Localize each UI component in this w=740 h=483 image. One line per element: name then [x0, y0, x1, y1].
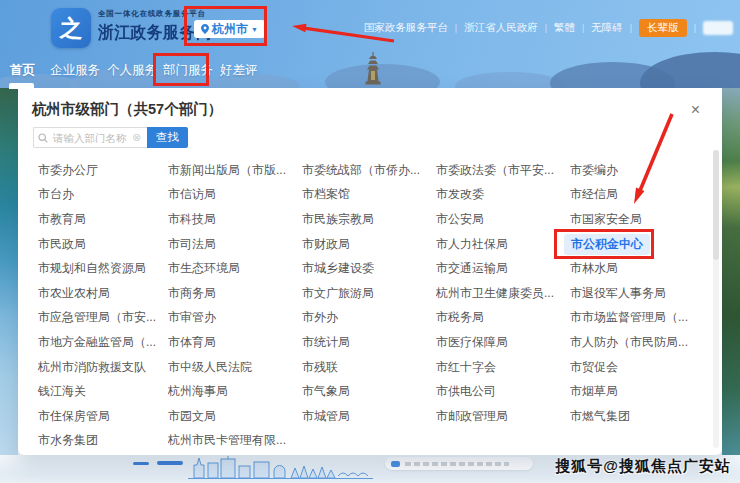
department-item[interactable]: 市交通运输局 [436, 260, 570, 277]
department-item[interactable]: 市公安局 [436, 211, 570, 228]
nav-item-personal-services[interactable]: 个人服务 [107, 55, 157, 86]
link-national-platform[interactable]: 国家政务服务平台 [364, 21, 448, 35]
department-item[interactable]: 市财政局 [302, 236, 436, 253]
department-item[interactable]: 杭州海事局 [168, 383, 302, 400]
nav-item-home[interactable]: 首页 [10, 55, 35, 86]
department-item[interactable]: 市残联 [302, 359, 436, 376]
department-panel: 杭州市级部门（共57个部门） × ⊗ 查找 市委办公厅市新闻出版局（市版...市… [18, 88, 722, 455]
department-item[interactable]: 市规划和自然资源局 [38, 260, 168, 277]
department-item[interactable]: 市经信局 [570, 186, 702, 203]
separator: | [582, 23, 584, 33]
location-pin-icon [201, 24, 209, 34]
department-item[interactable]: 市气象局 [302, 383, 436, 400]
bottom-banner: 搜狐号@搜狐焦点广安站 [0, 455, 740, 483]
department-item[interactable]: 市国家安全局 [570, 211, 702, 228]
department-item[interactable]: 市教育局 [38, 211, 168, 228]
department-item[interactable]: 市民族宗教局 [302, 211, 436, 228]
department-item[interactable]: 市委编办 [570, 162, 702, 179]
department-item[interactable]: 市园文局 [168, 408, 302, 425]
department-item[interactable]: 市邮政管理局 [436, 408, 570, 425]
department-item[interactable]: 市统计局 [302, 334, 436, 351]
panel-title: 杭州市级部门（共57个部门） [32, 100, 222, 119]
city-skyline-illustration [188, 456, 373, 481]
department-item[interactable]: 杭州市民卡管理有限... [168, 432, 302, 449]
search-field: ⊗ [33, 127, 147, 148]
department-item[interactable]: 市农业农村局 [38, 285, 168, 302]
department-item[interactable]: 市生态环境局 [168, 260, 302, 277]
scrollbar-thumb[interactable] [713, 150, 719, 260]
search-input[interactable] [51, 131, 129, 145]
link-provincial-gov[interactable]: 浙江省人民政府 [464, 21, 538, 35]
blurred-text [405, 462, 509, 466]
department-item[interactable]: 市信访局 [168, 186, 302, 203]
department-item[interactable]: 市供电公司 [436, 383, 570, 400]
department-item[interactable]: 市司法局 [168, 236, 302, 253]
department-item[interactable]: 市水务集团 [38, 432, 168, 449]
department-item[interactable]: 市退役军人事务局 [570, 285, 702, 302]
clear-icon[interactable]: ⊗ [132, 132, 141, 143]
nav-item-feedback[interactable]: 好差评 [220, 55, 258, 86]
department-item[interactable]: 市体育局 [168, 334, 302, 351]
department-item[interactable]: 市审管办 [168, 309, 302, 326]
department-item[interactable]: 市台办 [38, 186, 168, 203]
separator: | [630, 23, 632, 33]
department-item[interactable]: 市人防办（市民防局... [570, 334, 702, 351]
highlighted-department[interactable]: 市公积金中心 [564, 234, 650, 255]
department-item[interactable]: 市公积金中心 [570, 234, 702, 255]
elder-version-button[interactable]: 长辈版 [639, 19, 687, 37]
department-item[interactable]: 市市场监督管理局（... [570, 309, 702, 326]
department-item[interactable]: 市科技局 [168, 211, 302, 228]
decorative-dash [157, 461, 183, 465]
department-item[interactable]: 市应急管理局（市安... [38, 309, 168, 326]
active-tab-indicator [9, 83, 34, 89]
department-item[interactable]: 市民政局 [38, 236, 168, 253]
department-grid: 市委办公厅市新闻出版局（市版...市委统战部（市侨办...市委政法委（市平安..… [38, 158, 702, 453]
main-nav: 首页 企业服务 个人服务 部门服务 好差评 [0, 55, 740, 88]
department-item[interactable]: 市新闻出版局（市版... [168, 162, 302, 179]
department-item[interactable]: 杭州市卫生健康委员... [436, 285, 570, 302]
department-item[interactable]: 市医疗保障局 [436, 334, 570, 351]
department-item[interactable]: 杭州市消防救援支队 [38, 359, 168, 376]
blurred-login-area[interactable] [703, 21, 733, 35]
background-photo-left [0, 88, 18, 455]
site-logo: 之 [51, 8, 91, 48]
department-item[interactable]: 市委政法委（市平安... [436, 162, 570, 179]
search-button[interactable]: 查找 [147, 127, 188, 148]
department-item[interactable]: 市贸促会 [570, 359, 702, 376]
department-item[interactable]: 市林水局 [570, 260, 702, 277]
decorative-dash [133, 462, 149, 465]
department-item[interactable]: 市住保房管局 [38, 408, 168, 425]
banner-icon [391, 461, 400, 467]
panel-scrollbar[interactable] [713, 150, 719, 448]
utility-links: 国家政务服务平台| 浙江省人民政府| 繁體| 无障碍| 长辈版| [364, 19, 733, 37]
department-item[interactable]: 市委办公厅 [38, 162, 168, 179]
link-accessibility[interactable]: 无障碍 [591, 21, 623, 35]
close-icon[interactable]: × [691, 102, 700, 118]
logo-glyph: 之 [60, 13, 83, 44]
city-selector-button[interactable]: 杭州市 ▼ [194, 20, 265, 38]
department-item[interactable]: 市文广旅游局 [302, 285, 436, 302]
department-item[interactable]: 市商务局 [168, 285, 302, 302]
department-item[interactable]: 市中级人民法院 [168, 359, 302, 376]
department-item[interactable]: 市烟草局 [570, 383, 702, 400]
department-item[interactable]: 市委统战部（市侨办... [302, 162, 436, 179]
department-item[interactable]: 市城乡建设委 [302, 260, 436, 277]
department-item[interactable]: 市地方金融监管局（... [38, 334, 168, 351]
separator: | [694, 23, 696, 33]
department-item[interactable]: 市发改委 [436, 186, 570, 203]
department-item[interactable]: 市城管局 [302, 408, 436, 425]
watermark-text: 搜狐号@搜狐焦点广安站 [555, 457, 731, 476]
page: 之 全国一体化在线政务服务平台 浙江政务服务网 杭州市 ▼ 国家政务服务平台| … [0, 0, 740, 483]
department-item[interactable]: 市人力社保局 [436, 236, 570, 253]
platform-tagline: 全国一体化在线政务服务平台 [98, 9, 258, 19]
nav-item-department-services[interactable]: 部门服务 [163, 55, 213, 86]
department-item[interactable]: 钱江海关 [38, 383, 168, 400]
department-item[interactable]: 市外办 [302, 309, 436, 326]
department-item[interactable]: 市燃气集团 [570, 408, 702, 425]
department-item[interactable]: 市档案馆 [302, 186, 436, 203]
nav-item-enterprise-services[interactable]: 企业服务 [50, 55, 100, 86]
link-traditional-chinese[interactable]: 繁體 [554, 21, 575, 35]
department-item[interactable]: 市税务局 [436, 309, 570, 326]
separator: | [545, 23, 547, 33]
department-item[interactable]: 市红十字会 [436, 359, 570, 376]
